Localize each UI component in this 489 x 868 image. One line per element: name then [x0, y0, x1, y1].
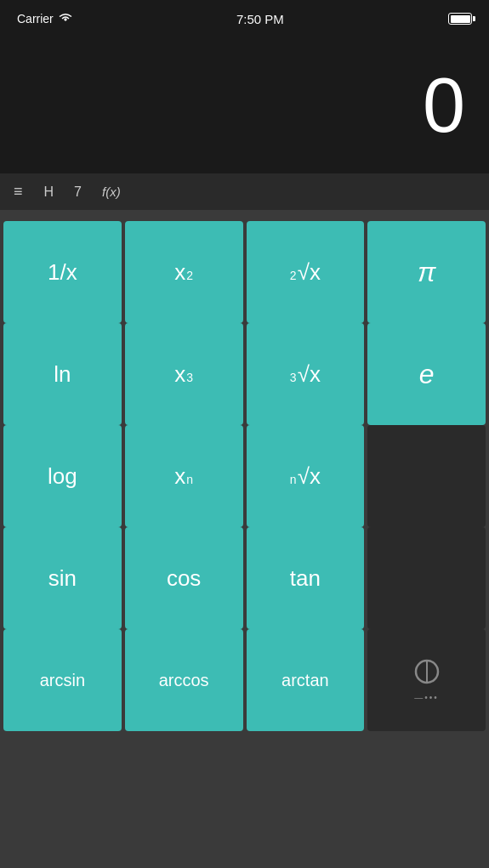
arccos-button[interactable]: arccos [125, 629, 243, 731]
x-cubed-button[interactable]: x3 [125, 323, 243, 425]
logo-cell: —••• [367, 629, 486, 731]
number-display[interactable]: 7 [74, 184, 82, 200]
log-button[interactable]: log [3, 425, 122, 527]
button-row-3: log xn n√x [0, 425, 489, 527]
button-row-5: arcsin arccos arctan —••• [0, 629, 489, 735]
e-button[interactable]: e [367, 323, 486, 425]
wifi-icon [59, 12, 72, 26]
x-squared-button[interactable]: x2 [125, 221, 243, 323]
toolbar: ≡ H 7 f(x) [0, 173, 489, 211]
sqrt2-button[interactable]: 2√x [247, 221, 365, 323]
sqrtn-button[interactable]: n√x [247, 425, 365, 527]
logo-text: —••• [414, 693, 439, 702]
battery-indicator [448, 13, 472, 25]
inv-button[interactable]: 1/x [3, 221, 122, 323]
history-button[interactable]: H [44, 184, 54, 200]
sqrt3-button[interactable]: 3√x [247, 323, 365, 425]
tan-button[interactable]: tan [247, 527, 365, 629]
display-value: 0 [423, 62, 463, 150]
menu-button[interactable]: ≡ [14, 183, 24, 201]
button-row-4: sin cos tan [0, 527, 489, 629]
button-row-1: 1/x x2 2√x π [0, 218, 489, 323]
separator [0, 211, 489, 218]
time-label: 7:50 PM [236, 12, 284, 26]
ln-button[interactable]: ln [3, 323, 122, 425]
logo-icon [411, 659, 443, 691]
status-bar: Carrier 7:50 PM [0, 0, 489, 37]
function-button[interactable]: f(x) [102, 184, 121, 199]
calculator-display: 0 [0, 37, 489, 173]
arctan-button[interactable]: arctan [247, 629, 365, 731]
buttons-section: 1/x x2 2√x π ln x3 3√x e [0, 218, 489, 868]
empty-cell-1 [367, 425, 486, 527]
x-n-button[interactable]: xn [125, 425, 243, 527]
button-row-2: ln x3 3√x e [0, 323, 489, 425]
pi-button[interactable]: π [367, 221, 486, 323]
carrier-label: Carrier [17, 12, 72, 26]
sin-button[interactable]: sin [3, 527, 122, 629]
arcsin-button[interactable]: arcsin [3, 629, 122, 731]
carrier-text: Carrier [17, 12, 54, 26]
cos-button[interactable]: cos [125, 527, 243, 629]
empty-cell-2 [367, 527, 486, 629]
